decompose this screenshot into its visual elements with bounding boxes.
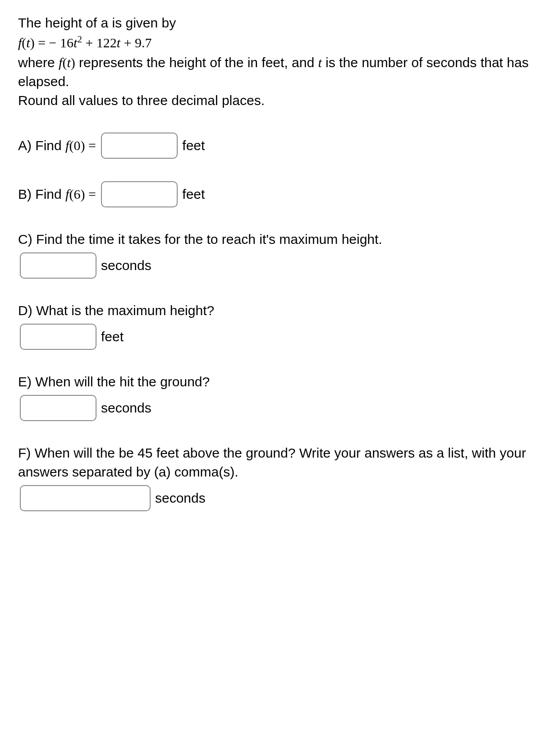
part-c-input[interactable]	[20, 252, 96, 279]
formula: f(t) = − 16t2 + 122t + 9.7	[18, 33, 542, 52]
formula-exp: 2	[77, 34, 82, 45]
formula-eq: =	[35, 35, 49, 50]
part-d: D) What is the maximum height? feet	[18, 301, 542, 350]
part-c-unit: seconds	[101, 256, 151, 275]
part-a-arg: 0	[73, 136, 80, 155]
formula-rhs1: − 16	[49, 35, 73, 50]
part-f: F) When will the be 45 feet above the gr…	[18, 444, 542, 511]
part-a-label: A) Find	[18, 136, 65, 155]
part-f-unit: seconds	[155, 489, 206, 508]
part-d-unit: feet	[101, 327, 124, 346]
part-a: A) Find f(0) = feet	[18, 133, 542, 159]
part-b-input[interactable]	[101, 181, 178, 207]
part-a-input[interactable]	[101, 133, 178, 159]
formula-arg: t	[26, 35, 30, 50]
formula-rhs2: + 122	[82, 35, 117, 50]
part-e: E) When will the hit the ground? seconds	[18, 372, 542, 421]
intro-line1: The height of a is given by	[18, 14, 542, 32]
part-c-text: C) Find the time it takes for the to rea…	[18, 230, 542, 249]
part-e-text: E) When will the hit the ground?	[18, 372, 542, 391]
part-b-label: B) Find	[18, 185, 65, 204]
part-c: C) Find the time it takes for the to rea…	[18, 230, 542, 279]
part-b-arg: 6	[73, 185, 80, 204]
formula-t2: t	[117, 35, 120, 50]
intro-line4: Round all values to three decimal places…	[18, 91, 542, 110]
part-b-unit: feet	[182, 185, 205, 204]
intro-line3: where f(t) represents the height of the …	[18, 53, 542, 91]
part-a-unit: feet	[182, 136, 205, 155]
part-e-unit: seconds	[101, 399, 151, 417]
part-b: B) Find f(6) = feet	[18, 181, 542, 207]
part-d-input[interactable]	[20, 324, 96, 350]
part-e-input[interactable]	[20, 395, 96, 421]
part-d-text: D) What is the maximum height?	[18, 301, 542, 320]
formula-rhs3: + 9.7	[120, 35, 151, 50]
part-f-input[interactable]	[20, 485, 151, 511]
part-f-text: F) When will the be 45 feet above the gr…	[18, 444, 542, 481]
problem-intro: The height of a is given by f(t) = − 16t…	[18, 14, 542, 110]
